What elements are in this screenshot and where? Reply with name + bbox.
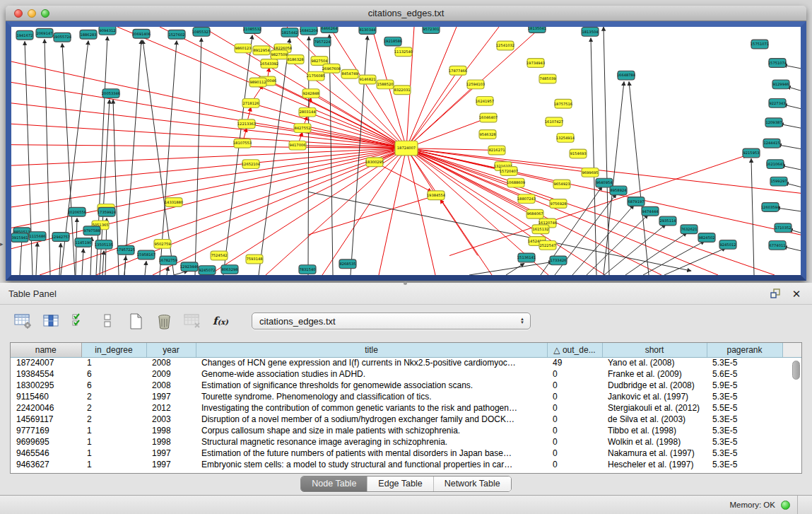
network-node[interactable]: 7593148	[246, 255, 263, 264]
table-options-icon[interactable]	[13, 311, 33, 331]
network-node[interactable]: 8186328	[287, 55, 304, 64]
network-node[interactable]: 9756928	[550, 199, 567, 209]
network-node[interactable]: 17957225	[117, 245, 135, 255]
network-node[interactable]: 16543392	[260, 59, 278, 69]
network-node[interactable]: 12541032	[496, 41, 514, 50]
rows-icon[interactable]	[98, 311, 117, 331]
network-node[interactable]: 1588520	[377, 80, 394, 89]
network-canvas[interactable]: 1941672206914719055724188628390943122069…	[11, 27, 801, 275]
network-node[interactable]: 9699695	[582, 168, 599, 177]
network-node[interactable]: 14331880	[165, 198, 183, 207]
network-node[interactable]: 10688609	[507, 178, 525, 187]
table-cell[interactable]: 5.3E-5	[707, 459, 782, 470]
table-cell[interactable]: 0	[547, 414, 602, 425]
network-node[interactable]: 12923446	[180, 262, 199, 271]
table-cell[interactable]: 0	[547, 425, 602, 436]
table-cell[interactable]: Estimation of the future numbers of pati…	[196, 448, 547, 459]
table-cell[interactable]: 1	[81, 357, 146, 368]
network-node[interactable]: 9094312	[99, 27, 116, 35]
table-cell[interactable]: 0	[547, 459, 602, 470]
network-node[interactable]: 9890112	[249, 78, 266, 87]
network-node[interactable]: 16648784	[617, 71, 635, 80]
network-node[interactable]: 9640954	[596, 178, 613, 187]
table-cell[interactable]: 2009	[146, 368, 196, 380]
network-node[interactable]: 9474444	[642, 206, 659, 216]
column-header-out_de[interactable]: △ out_de...	[547, 343, 602, 357]
network-node[interactable]: 9227343	[769, 98, 786, 107]
network-node[interactable]: 18724007	[395, 141, 418, 156]
table-row[interactable]: 1456911722003Disruption of a novel membe…	[11, 414, 801, 425]
network-node[interactable]: 1733426	[550, 256, 567, 265]
network-node[interactable]: 9417006	[289, 141, 306, 150]
network-node[interactable]: 19384554	[427, 191, 445, 200]
network-node[interactable]: 1710352	[775, 223, 792, 233]
network-node[interactable]: 1115686	[29, 232, 46, 241]
table-cell[interactable]: 5.6E-5	[707, 368, 782, 380]
table-cell[interactable]: 2012	[146, 402, 196, 414]
network-node[interactable]: 2935114	[659, 216, 676, 226]
column-header-name[interactable]: name	[11, 343, 81, 357]
network-node[interactable]: 2718126	[242, 98, 259, 107]
network-node[interactable]: 8063298	[221, 265, 238, 274]
memory-status-indicator[interactable]	[781, 501, 790, 510]
tab-edge-table[interactable]: Edge Table	[367, 477, 433, 491]
network-node[interactable]: 9572301	[423, 27, 440, 33]
network-node[interactable]: 16782759	[159, 256, 177, 265]
table-cell[interactable]: de Silva et al. (2003)	[602, 414, 707, 425]
network-node[interactable]: 8216271	[488, 146, 505, 155]
table-cell[interactable]: Tibbo et al. (1998)	[602, 425, 707, 436]
table-cell[interactable]: Corpus callosum shape and size in male p…	[196, 425, 547, 436]
network-node[interactable]: 18135041	[528, 27, 546, 33]
table-cell[interactable]: Structural magnetic resonance image aver…	[196, 436, 547, 448]
network-node[interactable]: 9245012	[719, 240, 736, 249]
show-columns-icon[interactable]	[41, 311, 61, 331]
network-node[interactable]: 9242848	[302, 89, 319, 98]
table-cell[interactable]: Wolkin et al. (1998)	[602, 436, 707, 448]
close-window-button[interactable]	[14, 9, 23, 18]
table-cell[interactable]: 0	[547, 368, 602, 380]
table-row[interactable]: 1830029562008Estimation of significance …	[11, 380, 801, 391]
network-node[interactable]: 7831540	[299, 265, 316, 274]
network-node[interactable]: 7957224	[314, 37, 331, 47]
network-node[interactable]: 6466264	[321, 27, 338, 33]
network-node[interactable]: 16046407	[479, 113, 498, 122]
column-header-short[interactable]: short	[602, 343, 707, 357]
network-node[interactable]: 1209387	[765, 118, 782, 127]
table-cell[interactable]: Nakamura et al. (1997)	[602, 448, 707, 459]
table-source-dropdown[interactable]: citations_edges.txt ▲▼	[252, 313, 531, 329]
table-cell[interactable]: Dudbridge et al. (2008)	[602, 380, 707, 391]
table-cell[interactable]: 5.3E-5	[707, 391, 782, 402]
table-cell[interactable]: 1	[81, 448, 146, 459]
network-node[interactable]: 16241957	[476, 97, 494, 106]
network-node[interactable]: 10855327	[192, 27, 211, 36]
column-header-pagerank[interactable]: pagerank	[707, 343, 782, 357]
table-cell[interactable]: 1998	[146, 425, 196, 436]
network-node[interactable]: 1145190	[75, 238, 92, 247]
network-node[interactable]: 20691406	[132, 29, 151, 38]
table-cell[interactable]: Yano et al. (2008)	[602, 357, 707, 368]
network-node[interactable]: 9215953	[743, 148, 760, 158]
tab-node-table[interactable]: Node Table	[301, 477, 367, 491]
function-builder-icon[interactable]: f(x)	[211, 311, 230, 331]
network-node[interactable]: 8912954	[253, 46, 270, 55]
network-node[interactable]: 9824502	[698, 233, 715, 243]
table-cell[interactable]: 19384554	[11, 368, 81, 380]
network-node[interactable]: 9827509	[271, 50, 288, 59]
network-node[interactable]: 1886283	[80, 30, 97, 39]
table-cell[interactable]: 1997	[146, 459, 196, 470]
network-node[interactable]: 1599297	[770, 177, 787, 186]
network-node[interactable]: 1527602	[168, 30, 185, 39]
network-node[interactable]: 9546328	[479, 130, 496, 139]
network-node[interactable]: 8130344	[359, 27, 376, 34]
table-cell[interactable]: 6	[81, 368, 146, 380]
table-cell[interactable]: 5.3E-5	[707, 414, 782, 425]
table-vertical-scrollbar[interactable]	[792, 361, 800, 380]
network-node[interactable]: 3915941	[11, 233, 28, 243]
table-cell[interactable]: 5.3E-5	[707, 357, 782, 368]
network-node[interactable]: 16210643	[766, 160, 784, 169]
network-node[interactable]: 1615132	[532, 225, 549, 234]
table-cell[interactable]: 0	[547, 448, 602, 459]
table-cell[interactable]: Franke et al. (2009)	[602, 368, 707, 380]
table-cell[interactable]: Jankovic et al. (1997)	[602, 391, 707, 402]
network-node[interactable]: 26967608	[322, 64, 341, 73]
